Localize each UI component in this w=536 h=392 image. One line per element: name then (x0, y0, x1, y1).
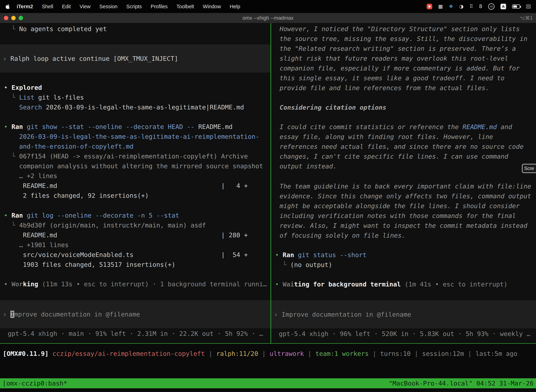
menu-profiles[interactable]: Profiles (146, 4, 172, 9)
text-segment: › (3, 311, 10, 318)
terminal-line: might be acceptable alongside the file l… (271, 201, 536, 211)
menu-shell[interactable]: Shell (38, 4, 58, 9)
terminal-line: essay file, along with finding root file… (271, 132, 536, 142)
terminal-line: The team guideline is to back every impo… (271, 182, 536, 191)
macos-menubar: iTerm2ShellEditViewSessionScriptsProfile… (0, 0, 536, 13)
app-icon-half-circle[interactable]: ◑ (459, 4, 463, 9)
terminal-line: gpt-5.4 xhigh · main · 91% left · 2.31M … (0, 329, 270, 339)
battery-percentage-icon[interactable]: .61 (488, 3, 494, 10)
screen-recording-stop-icon[interactable] (427, 4, 432, 9)
text-segment: └ (4, 94, 19, 101)
apple-menu-icon[interactable] (5, 4, 10, 9)
terminal-line: Search 2026-03-09-is-legal-the-same-as-l… (0, 103, 270, 112)
terminal-line: slight risk that future readers may over… (271, 54, 536, 63)
tmux-pane-right[interactable]: However, I noticed the "Directory Struct… (271, 23, 536, 343)
omx-status-segment: turns:10 (380, 350, 411, 357)
text-segment: › (3, 55, 10, 62)
text-segment (401, 281, 405, 288)
omx-status-segment: [OMX#0.11.9] (3, 350, 53, 357)
text-segment: • (275, 251, 282, 258)
text-segment: List (19, 94, 34, 101)
menu-items: iTerm2ShellEditViewSessionScriptsProfile… (12, 4, 245, 9)
input-source-icon[interactable]: A (500, 4, 506, 9)
menu-session[interactable]: Session (95, 4, 122, 9)
omx-status-segment: | (205, 350, 216, 357)
terminal-line: src/voice/voiceModeEnabled.ts | 54 + (0, 250, 270, 260)
text-segment: (no output) (290, 261, 332, 268)
text-segment: … +2 lines (4, 172, 57, 179)
text-segment: • (4, 123, 11, 130)
inject-banner: › Ralph loop active continue [OMX_TMUX_I… (0, 44, 270, 73)
text-segment: └ (4, 222, 19, 229)
text-segment: and (497, 123, 512, 131)
text-segment: README.md | 280 + (4, 232, 248, 239)
app-grid-icon[interactable]: ⠿ (469, 4, 473, 9)
text-segment (4, 104, 19, 111)
text-segment: README.md (195, 123, 233, 130)
terminal-line: └ (no output) (271, 260, 536, 270)
menu-view[interactable]: View (75, 4, 95, 9)
terminal-line: of focusing solely on file lines. (271, 231, 536, 240)
text-segment: 2026-03-09-is-legal-the-same-as-legitima… (19, 133, 259, 140)
text-segment: Ran (11, 123, 23, 130)
text-segment: No agents completed yet (19, 25, 107, 33)
text-segment: … +1901 lines (4, 241, 69, 248)
tmux-status-bar: [omx-cczip0:bash* "MacBook-Pro-44.local"… (0, 378, 536, 388)
omx-status-segment: | (304, 350, 315, 357)
app-icon-eight[interactable]: 8 (479, 4, 482, 9)
window-titlebar: omx --xhigh --madmax ⌥⌘1 (0, 13, 536, 23)
terminal-line: └ No agents completed yet (0, 24, 270, 34)
text-segment: (11m 13s • esc to interrupt) (42, 280, 149, 288)
text-segment: • (4, 84, 11, 91)
text-segment: provide file and line references from th… (280, 84, 489, 92)
window-tiling-icon[interactable]: ▦ (438, 4, 443, 9)
menu-edit[interactable]: Edit (57, 4, 75, 9)
menu-toolbelt[interactable]: Toolbelt (172, 4, 198, 9)
text-segment: • (275, 281, 282, 288)
omx-status-line: [OMX#0.11.9] cczip/essay/ai-reimplementa… (0, 344, 536, 363)
text-segment: The team guideline is to back every impo… (280, 183, 531, 190)
screen: iTerm2ShellEditViewSessionScriptsProfile… (0, 0, 536, 392)
text-segment: git show --stat --oneline --decorate HEA… (27, 123, 195, 130)
close-button[interactable] (4, 16, 8, 20)
menu-scripts[interactable]: Scripts (122, 4, 146, 9)
traffic-lights (4, 16, 23, 20)
omx-status-segment: team:1 workers (315, 350, 368, 357)
text-segment: of focusing solely on file lines. (280, 232, 405, 239)
menu-window[interactable]: Window (198, 4, 225, 9)
terminal-line: • Ran git log --oneline --decorate -n 5 … (0, 210, 270, 220)
text-segment: Wai (282, 281, 294, 288)
text-segment: › Improve documentation in @filename (274, 311, 411, 318)
battery-fill (513, 5, 517, 8)
zoom-button[interactable] (19, 16, 23, 20)
prompt-input[interactable]: › Improve documentation in @filename (0, 300, 270, 328)
text-segment: 2 files changed, 92 insertions(+) (4, 192, 149, 199)
battery-charging-icon[interactable] (512, 5, 520, 9)
minimize-button[interactable] (11, 16, 16, 20)
text-segment: Ran (11, 212, 23, 219)
text-segment: might be acceptable alongside the file l… (280, 202, 520, 210)
text-segment (38, 280, 42, 288)
screen-capture-overlay[interactable]: Scre (522, 164, 536, 173)
text-segment: Considering citation options (280, 104, 386, 111)
text-segment: Ran (282, 251, 294, 258)
terminal-line: including verification notes with those … (271, 211, 536, 221)
text-segment: the "Related research writing" section i… (280, 45, 516, 52)
text-segment: README.md | 4 + (4, 182, 248, 189)
text-segment: references need actual files, and since … (280, 143, 523, 150)
menu-help[interactable]: Help (225, 4, 245, 9)
control-center-icon[interactable] (526, 5, 531, 9)
terminal-line: companion file, especially if more comme… (271, 63, 536, 73)
menu-iterm2[interactable]: iTerm2 (12, 4, 38, 9)
menubar-status-icons: ▦❖◑⠿8.61A (427, 3, 532, 10)
app-icon-blue[interactable]: ❖ (449, 4, 453, 9)
terminal-line: evidence. Since this change only affects… (271, 191, 536, 201)
prompt-input[interactable]: › Improve documentation in @filename (271, 300, 536, 328)
text-segment: evidence. Since this change only affects… (280, 192, 531, 200)
overlay-label: Scre (524, 166, 534, 171)
terminal-line: … +2 lines (0, 171, 270, 181)
terminal-line: 2 files changed, 92 insertions(+) (0, 191, 270, 201)
tmux-pane-left[interactable]: └ No agents completed yet› Ralph loop ac… (0, 23, 270, 343)
terminal-line: this single essay, it seems like a good … (271, 73, 536, 83)
terminal-line: └ 4b9d30f (origin/main, instructkr/main,… (0, 220, 270, 230)
